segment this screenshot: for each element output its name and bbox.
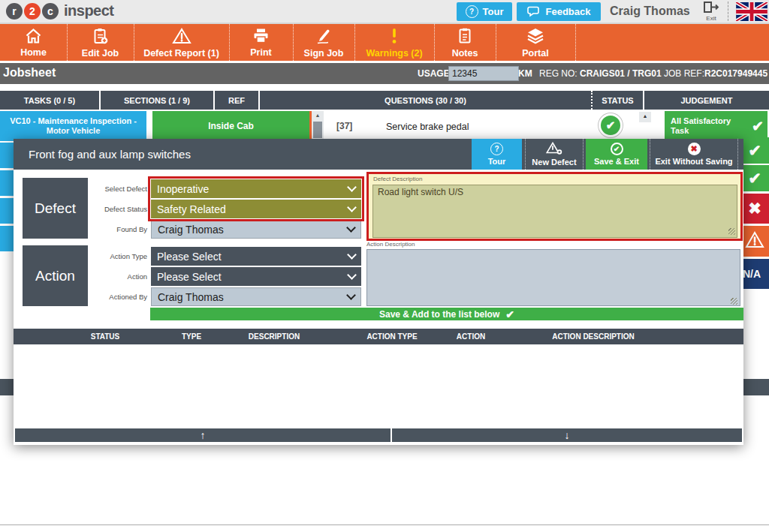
select-defect-dropdown[interactable]: Inoperative bbox=[151, 179, 361, 198]
found-by-label: Found By bbox=[86, 220, 147, 239]
logo-c-circle: c bbox=[42, 3, 59, 20]
judgement-label: All Satisfactory Task bbox=[671, 116, 743, 136]
defect-list-header: STATUS TYPE DESCRIPTION ACTION TYPE ACTI… bbox=[14, 329, 743, 344]
select-defect-value: Inoperative bbox=[157, 183, 209, 195]
nav-item-portal[interactable]: Portal bbox=[496, 24, 576, 61]
defect-status-value: Safety Related bbox=[157, 203, 226, 215]
home-icon bbox=[25, 28, 42, 47]
chevron-down-icon bbox=[347, 250, 357, 260]
col-header-status: STATUS bbox=[593, 91, 644, 110]
jobsheet-bar: Jobsheet USAGE: KM REG NO: CRAIGS01 / TR… bbox=[0, 63, 769, 84]
defect-report-icon bbox=[172, 28, 191, 47]
job-ref-label: JOB REF: bbox=[664, 68, 704, 79]
exit-without-saving-button[interactable]: ✖ Exit Without Saving bbox=[650, 139, 738, 170]
found-by-dropdown[interactable]: Craig Thomas bbox=[151, 220, 361, 239]
warnings-icon bbox=[391, 28, 398, 47]
nav-label: Home bbox=[20, 48, 47, 57]
judgement-check-button[interactable]: ✔ bbox=[740, 137, 769, 164]
task-tile-selected[interactable]: VC10 - Maintenance Inspection - Motor Ve… bbox=[0, 111, 146, 141]
usage-input[interactable] bbox=[448, 66, 519, 81]
save-add-label: Save & Add to the list below bbox=[379, 309, 499, 320]
action-type-label: Action Type bbox=[86, 247, 147, 266]
action-section-label: Action bbox=[23, 245, 88, 306]
action-value: Please Select bbox=[157, 271, 222, 283]
actioned-by-dropdown[interactable]: Craig Thomas bbox=[151, 287, 361, 306]
dialog-tour-label: Tour bbox=[488, 157, 506, 166]
question-ref: [37] bbox=[336, 121, 352, 131]
nav-item-home[interactable]: Home bbox=[0, 24, 68, 61]
action-type-dropdown[interactable]: Please Select bbox=[151, 247, 361, 266]
usage-unit: KM bbox=[518, 68, 532, 79]
col-header-tasks: TASKS (0 / 5) bbox=[0, 91, 101, 110]
defect-description-textarea[interactable]: Road light switch U/S bbox=[372, 185, 737, 238]
logo-wordmark: inspect bbox=[64, 2, 114, 20]
nav-label: Print bbox=[250, 48, 271, 57]
scroll-up-icon: ▲ bbox=[639, 112, 651, 121]
dialog-header: Front fog and aux lamp switches ? Tour N… bbox=[14, 139, 743, 170]
portal-icon bbox=[526, 28, 544, 47]
nav-label: Warnings (2) bbox=[366, 49, 422, 58]
logo-r-circle: r bbox=[6, 3, 23, 20]
new-defect-icon bbox=[546, 142, 562, 156]
question-text: Service brake pedal bbox=[386, 122, 469, 132]
edit-job-icon bbox=[92, 28, 109, 47]
chevron-down-icon bbox=[346, 290, 356, 300]
nav-item-notes[interactable]: Notes bbox=[434, 24, 496, 61]
topbar-separator bbox=[728, 2, 728, 21]
new-defect-label: New Defect bbox=[532, 158, 576, 167]
nav-label: Portal bbox=[522, 49, 548, 58]
nav-item-sign-job[interactable]: Sign Job bbox=[293, 24, 355, 61]
dialog-tour-button[interactable]: ? Tour bbox=[472, 139, 522, 170]
reg-no-label: REG NO: bbox=[539, 68, 578, 79]
save-exit-button[interactable]: ✔ Save & Exit bbox=[586, 139, 647, 170]
scroll-down-bar[interactable]: ↓ bbox=[392, 428, 742, 442]
uk-flag-icon[interactable] bbox=[736, 2, 767, 24]
col-header-questions: QUESTIONS (30 / 30) bbox=[260, 91, 593, 110]
action-label: Action bbox=[86, 267, 147, 286]
exit-button[interactable]: Exit bbox=[701, 2, 722, 22]
status-check-icon: ✔ bbox=[599, 113, 623, 137]
tour-button[interactable]: ? Tour bbox=[457, 2, 512, 21]
grid-header: TASKS (0 / 5) SECTIONS (1 / 9) REF QUEST… bbox=[0, 91, 769, 110]
scrollbar-thumb[interactable] bbox=[313, 122, 322, 138]
question-circle-icon: ? bbox=[490, 143, 503, 155]
found-by-value: Craig Thomas bbox=[158, 224, 224, 236]
resize-handle[interactable] bbox=[731, 298, 737, 305]
section-tile-inside-cab[interactable]: Inside Cab bbox=[152, 111, 312, 141]
list-col-action-type: ACTION TYPE bbox=[366, 329, 417, 344]
action-dropdown[interactable]: Please Select bbox=[151, 267, 361, 286]
resize-handle[interactable] bbox=[728, 228, 735, 235]
sections-scrollbar[interactable]: ▲ bbox=[312, 111, 324, 140]
judgement-warning-button[interactable] bbox=[740, 226, 769, 257]
top-bar: r 2 c inspect ? Tour Feedback Craig Thom… bbox=[0, 0, 769, 24]
check-icon: ✔ bbox=[752, 118, 764, 135]
save-add-button[interactable]: Save & Add to the list below ✔ bbox=[150, 308, 743, 320]
questions-scrollbar[interactable]: ▲ bbox=[639, 112, 651, 122]
judgement-all-satisfactory[interactable]: All Satisfactory Task ✔ bbox=[665, 111, 767, 141]
scroll-up-bar[interactable]: ↑ bbox=[15, 428, 391, 442]
judgement-cross-button[interactable]: ✖ bbox=[740, 194, 769, 224]
logo-2-circle: 2 bbox=[24, 3, 41, 20]
feedback-button-label: Feedback bbox=[546, 6, 591, 17]
feedback-button[interactable]: Feedback bbox=[517, 2, 601, 21]
cross-icon: ✖ bbox=[748, 200, 761, 218]
judgement-na-button[interactable]: N/A bbox=[740, 259, 769, 289]
print-icon bbox=[252, 28, 270, 47]
new-defect-button[interactable]: New Defect bbox=[525, 139, 584, 170]
nav-item-defect-report[interactable]: Defect Report (1) bbox=[134, 24, 230, 61]
check-icon: ✔ bbox=[505, 308, 514, 320]
defect-status-dropdown[interactable]: Safety Related bbox=[151, 200, 361, 218]
judgement-check-button[interactable]: ✔ bbox=[740, 165, 769, 191]
exit-button-label: Exit bbox=[701, 16, 722, 22]
nav-item-edit-job[interactable]: Edit Job bbox=[67, 24, 134, 61]
arrow-down-icon: ↓ bbox=[565, 429, 570, 441]
action-description-textarea[interactable] bbox=[366, 249, 740, 306]
nav-label: Notes bbox=[452, 49, 478, 58]
check-icon: ✔ bbox=[748, 170, 761, 188]
list-col-action: ACTION bbox=[457, 329, 485, 344]
door-exit-icon bbox=[703, 2, 719, 15]
nav-item-warnings[interactable]: Warnings (2) bbox=[354, 24, 435, 61]
list-col-description: DESCRIPTION bbox=[249, 329, 300, 344]
nav-item-print[interactable]: Print bbox=[229, 24, 294, 61]
chevron-down-icon bbox=[347, 203, 357, 212]
